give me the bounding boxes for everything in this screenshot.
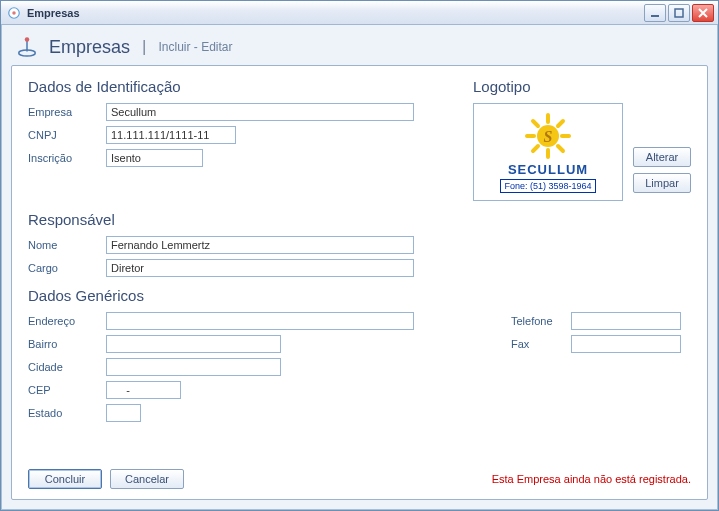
cnpj-input[interactable] — [106, 126, 236, 144]
estado-label: Estado — [28, 407, 106, 419]
titlebar: Empresas — [1, 1, 718, 25]
cargo-input[interactable] — [106, 259, 414, 277]
bairro-label: Bairro — [28, 338, 106, 350]
telefone-input[interactable] — [571, 312, 681, 330]
form-panel: Dados de Identificação Empresa CNPJ Insc… — [11, 65, 708, 500]
header-icon — [15, 35, 39, 59]
window-controls — [644, 4, 714, 22]
svg-line-14 — [558, 121, 563, 126]
inscricao-label: Inscrição — [28, 152, 106, 164]
svg-text:S: S — [544, 128, 553, 145]
status-message: Esta Empresa ainda não está registrada. — [492, 473, 691, 485]
page-subtitle: Incluir - Editar — [158, 40, 232, 54]
cargo-label: Cargo — [28, 262, 106, 274]
header-separator: | — [142, 37, 146, 57]
svg-rect-2 — [651, 15, 659, 17]
page-header: Empresas | Incluir - Editar — [1, 25, 718, 65]
logo-brand-text: SECULLUM — [500, 162, 595, 177]
minimize-button[interactable] — [644, 4, 666, 22]
cancelar-button[interactable]: Cancelar — [110, 469, 184, 489]
telefone-label: Telefone — [511, 315, 571, 327]
identificacao-title: Dados de Identificação — [28, 78, 453, 95]
cep-label: CEP — [28, 384, 106, 396]
logo-preview: S SECULLUM Fone: (51) 3598-1964 — [473, 103, 623, 201]
nome-label: Nome — [28, 239, 106, 251]
svg-point-6 — [25, 37, 30, 42]
responsavel-title: Responsável — [28, 211, 691, 228]
genericos-title: Dados Genéricos — [28, 287, 691, 304]
alterar-button[interactable]: Alterar — [633, 147, 691, 167]
window-title: Empresas — [27, 7, 644, 19]
cnpj-label: CNPJ — [28, 129, 106, 141]
form-footer: Concluir Cancelar Esta Empresa ainda não… — [28, 469, 691, 489]
svg-line-15 — [533, 146, 538, 151]
concluir-button[interactable]: Concluir — [28, 469, 102, 489]
close-button[interactable] — [692, 4, 714, 22]
svg-point-1 — [12, 11, 16, 15]
endereco-label: Endereço — [28, 315, 106, 327]
limpar-button[interactable]: Limpar — [633, 173, 691, 193]
svg-line-12 — [533, 121, 538, 126]
logotipo-section: Logotipo — [473, 74, 691, 201]
endereco-input[interactable] — [106, 312, 414, 330]
bairro-input[interactable] — [106, 335, 281, 353]
empresa-input[interactable] — [106, 103, 414, 121]
nome-input[interactable] — [106, 236, 414, 254]
estado-input[interactable] — [106, 404, 141, 422]
svg-line-13 — [558, 146, 563, 151]
svg-rect-3 — [675, 9, 683, 17]
app-icon — [7, 6, 21, 20]
logo-phone-text: Fone: (51) 3598-1964 — [500, 179, 595, 193]
cep-input[interactable] — [106, 381, 181, 399]
identificacao-section: Dados de Identificação Empresa CNPJ Insc… — [28, 74, 453, 172]
fax-input[interactable] — [571, 335, 681, 353]
empresa-label: Empresa — [28, 106, 106, 118]
app-window: Empresas Empresas | Incluir - Editar — [0, 0, 719, 511]
fax-label: Fax — [511, 338, 571, 350]
inscricao-input[interactable] — [106, 149, 203, 167]
page-title: Empresas — [49, 37, 130, 58]
logotipo-title: Logotipo — [473, 78, 691, 95]
maximize-button[interactable] — [668, 4, 690, 22]
cidade-input[interactable] — [106, 358, 281, 376]
sun-icon: S — [516, 112, 580, 160]
cidade-label: Cidade — [28, 361, 106, 373]
